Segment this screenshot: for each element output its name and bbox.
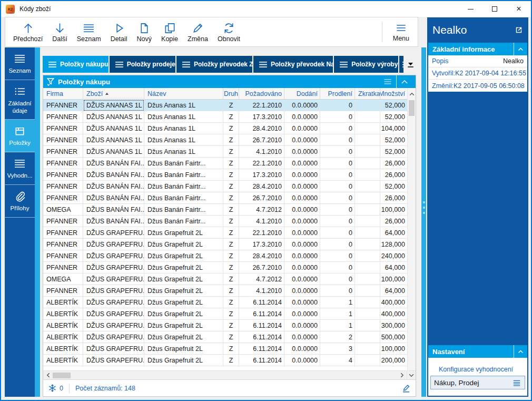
tab-label: Položky nákupu (60, 61, 108, 68)
menu-button[interactable]: Menu (388, 18, 415, 46)
toolbar-button-zmena[interactable]: Změna (183, 18, 213, 46)
tab-polozky-nakupu[interactable]: Položky nákupu (43, 56, 109, 73)
sidebar-item-vyhodnoceni[interactable]: Vyhodn... (5, 152, 35, 185)
table-cell (355, 343, 380, 355)
table-row[interactable]: PFANNERDŽUS GRAPEFRU...Džus Grapefruit 2… (43, 285, 407, 297)
table-row[interactable]: PFANNERDŽUS ANANAS 1LDžus Ananas 1LZ28.4… (43, 123, 407, 134)
vertical-scrollbar-thumb[interactable] (409, 100, 415, 116)
config-combobox[interactable]: Nákup, Prodej (430, 376, 525, 389)
table-cell: Džus Grapefruit 2L (144, 343, 223, 355)
table-row[interactable]: PFANNERDŽUS GRAPEFRU...Džus Grapefruit 2… (43, 250, 407, 262)
column-header-nazev[interactable]: Název (144, 88, 223, 99)
table-row[interactable]: PFANNERDŽUS ANANAS 1LDžus Ananas 1LZ26.7… (43, 134, 407, 146)
close-button[interactable]: × (507, 1, 531, 17)
toolbar-button-novy[interactable]: Nový (132, 18, 156, 46)
table-cell: Džus Grapefruit 2L (144, 320, 223, 331)
table-row[interactable]: ALBERTÍKDŽUS GRAPEFRU...Džus Grapefruit … (43, 320, 407, 331)
table-row[interactable]: ALBERTÍKDŽUS GRAPEFRU...Džus Grapefruit … (43, 308, 407, 320)
tab-polozky-prevodek-na[interactable]: Položky převodek Na (253, 56, 333, 73)
preview-panel: Nealko Základní informace PopisNealkoVyt… (427, 17, 528, 397)
sidebar-item-prilohy[interactable]: Přílohy (5, 185, 35, 218)
filter-funnel-icon[interactable] (46, 77, 55, 86)
table-cell: PFANNER (43, 111, 83, 123)
table-row[interactable]: PFANNERDŽUS BANÁN FAI...Džus Banán Fairt… (43, 192, 407, 204)
vertical-scrollbar[interactable] (407, 88, 416, 370)
tab-polozky-prodeje[interactable]: Položky prodeje (110, 56, 175, 73)
horizontal-scrollbar[interactable] (43, 370, 416, 379)
section-header-settings[interactable]: Nastavení (428, 345, 527, 358)
column-header-druh[interactable]: Druh (223, 88, 239, 99)
panel-title: Položky nákupu (58, 78, 110, 86)
toolbar-button-detail[interactable]: Detail (106, 18, 132, 46)
column-header-zkratka[interactable]: Zkratka (355, 88, 380, 99)
table-row[interactable]: PFANNERDŽUS ANANAS 1LDžus Ananas 1LZ4.1.… (43, 146, 407, 158)
table-row[interactable]: ALBERTÍKDŽUS GRAPEFRU...Džus Grapefruit … (43, 297, 407, 308)
table-cell: 17.3.2010 (239, 169, 284, 181)
table-row[interactable]: PFANNERDŽUS GRAPEFRU...Džus Grapefruit 2… (43, 262, 407, 273)
edit-pencil-icon[interactable] (402, 384, 410, 393)
table-cell: DŽUS BANÁN FAI... (83, 158, 144, 169)
sidebar-item-label: Položky (9, 140, 30, 147)
panel-splitter[interactable] (421, 47, 426, 397)
table-row[interactable]: OMEGADŽUS BANÁN FAI...Džus Banán Fairtr.… (43, 204, 407, 216)
open-in-window-icon[interactable] (515, 26, 523, 34)
horizontal-scrollbar-thumb[interactable] (53, 373, 71, 378)
scroll-left-button[interactable] (43, 371, 53, 379)
tab-polozky-prevodek-z[interactable]: Položky převodek Z (176, 56, 252, 73)
column-header-firma[interactable]: Firma (43, 88, 83, 99)
table-row[interactable]: PFANNERDŽUS BANÁN FAI...Džus Banán Fairt… (43, 158, 407, 169)
table-row[interactable]: PFANNERDŽUS GRAPEFRU...Džus Grapefruit 2… (43, 227, 407, 239)
panel-collapse-button[interactable] (397, 75, 412, 88)
table-cell: DŽUS GRAPEFRU... (83, 227, 144, 239)
table-cell: PFANNER (43, 227, 83, 239)
table-row[interactable]: PFANNERDŽUS ANANAS 1LDžus Ananas 1LZ17.3… (43, 111, 407, 123)
toolbar-button-dalsi[interactable]: Další (47, 18, 72, 46)
table-cell: PFANNER (43, 181, 83, 192)
vertical-scrollbar-track[interactable] (408, 116, 416, 370)
table-cell: Džus Grapefruit 2L (144, 355, 223, 366)
column-header-prodleni[interactable]: Prodlení (320, 88, 355, 99)
table-row[interactable]: ALBERTÍKDŽUS GRAPEFRU...Džus Grapefruit … (43, 343, 407, 355)
table-cell (355, 285, 380, 297)
toolbar-button-obnovit[interactable]: Obnovit (213, 18, 245, 46)
toolbar-button-predchozi[interactable]: Předchozí (8, 18, 47, 46)
scroll-left-icon (46, 373, 51, 378)
toolbar-button-seznam[interactable]: Seznam (72, 18, 106, 46)
table-row[interactable]: ALBERTÍKDŽUS GRAPEFRU...Džus Grapefruit … (43, 355, 407, 366)
toolbar-button-kopie[interactable]: Kopie (156, 18, 183, 46)
table-row[interactable]: ALBERTÍKDŽUS GRAPEFRU...Džus Grapefruit … (43, 331, 407, 343)
table-row[interactable]: PFANNERDŽUS GRAPEFRU...Džus Grapefruit 2… (43, 239, 407, 250)
table-row[interactable]: PFANNERDŽUS BANÁN FAI...Džus Banán Fairt… (43, 216, 407, 227)
scroll-right-button[interactable] (397, 371, 407, 379)
tab-polozky-vyroby[interactable]: Položky výroby (334, 56, 398, 73)
sidebar-item-polozky[interactable]: Položky (5, 120, 35, 152)
table-row[interactable]: PFANNERDŽUS BANÁN FAI...Džus Banán Fairt… (43, 181, 407, 192)
toolbar-button-label: Kopie (161, 35, 178, 43)
minimize-button[interactable] (458, 1, 482, 17)
info-field: Vytvořil:K2 2017-09-04 12:16:55 (428, 67, 527, 80)
maximize-button[interactable] (482, 1, 507, 17)
scroll-down-button[interactable] (407, 371, 416, 379)
sidebar-splitter[interactable] (35, 47, 40, 397)
table-cell: Z (223, 343, 239, 355)
panel-menu-button[interactable] (379, 75, 397, 88)
column-header-pozadovano[interactable]: Požadováno (239, 88, 284, 99)
column-header-zbozi[interactable]: Zboží (83, 88, 144, 99)
table-cell: DŽUS GRAPEFRU... (83, 331, 144, 343)
tabs-overflow-button[interactable] (405, 56, 416, 73)
section-collapse-button[interactable] (514, 345, 527, 358)
tab-polozky-po[interactable]: položky po (399, 56, 403, 73)
table-row[interactable]: PFANNERDŽUS BANÁN FAI...Džus Banán Fairt… (43, 169, 407, 181)
table-row[interactable]: PFANNERDŽUS ANANAS 1LDžus Ananas 1LZ22.1… (43, 100, 407, 111)
section-title: Nastavení (432, 348, 465, 356)
column-header-mnozstvi[interactable]: Množství (380, 88, 407, 99)
sidebar-item-seznam[interactable]: Seznam (5, 47, 35, 80)
table-cell: DŽUS GRAPEFRU... (83, 239, 144, 250)
sidebar-item-zakladni-udaje[interactable]: Základní údaje (5, 80, 35, 120)
table-row[interactable]: OMEGADŽUS GRAPEFRU...Džus Grapefruit 2LZ… (43, 273, 407, 285)
column-header-label: Druh (224, 90, 238, 97)
column-header-dodani[interactable]: Dodání (284, 88, 320, 99)
section-collapse-button[interactable] (514, 43, 527, 55)
scroll-up-button[interactable] (408, 88, 416, 100)
section-header-basic-info[interactable]: Základní informace (428, 43, 527, 55)
